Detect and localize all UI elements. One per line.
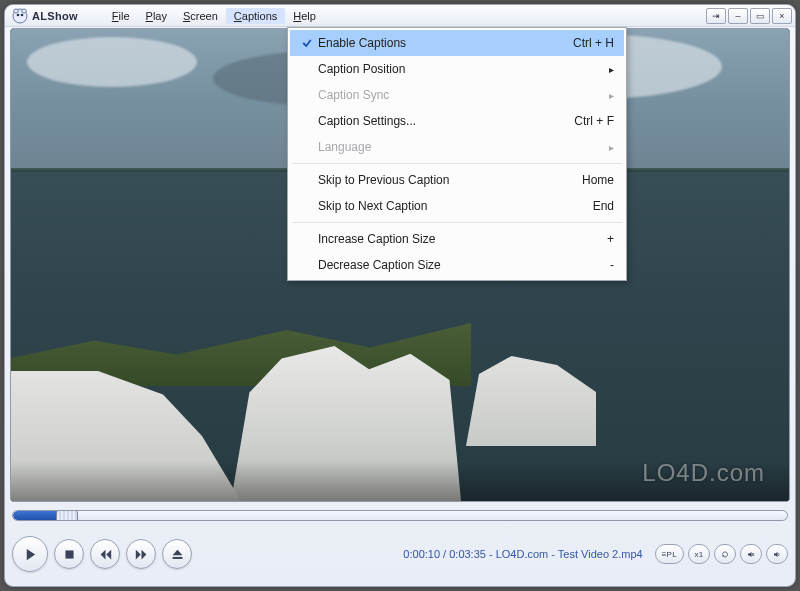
play-icon xyxy=(23,547,38,562)
volume-button[interactable] xyxy=(766,544,788,564)
menu-help[interactable]: Help xyxy=(285,8,324,24)
menu-item-caption-settings[interactable]: Caption Settings...Ctrl + F xyxy=(290,108,624,134)
play-button[interactable] xyxy=(12,536,48,572)
stop-button[interactable] xyxy=(54,539,84,569)
playlist-button[interactable]: ≡ PL xyxy=(655,544,684,564)
speed-button[interactable]: x1 xyxy=(688,544,710,564)
menu-item-caption-position[interactable]: Caption Position▸ xyxy=(290,56,624,82)
menu-item-skip-to-next-caption[interactable]: Skip to Next CaptionEnd xyxy=(290,193,624,219)
menu-file[interactable]: File xyxy=(104,8,138,24)
repeat-icon xyxy=(721,549,729,560)
stop-icon xyxy=(63,548,76,561)
menubar: ALShow File Play Screen Captions Help ⇥ … xyxy=(5,5,795,27)
svg-point-4 xyxy=(22,9,27,13)
app-title: ALShow xyxy=(32,10,78,22)
menu-item-label: Increase Caption Size xyxy=(318,232,554,246)
menu-item-accel: Home xyxy=(554,173,614,187)
mute-icon xyxy=(747,549,755,560)
seek-bar[interactable] xyxy=(12,507,788,524)
maximize-button[interactable]: ▭ xyxy=(750,8,770,24)
seek-thumb[interactable] xyxy=(56,510,78,521)
menu-item-label: Skip to Next Caption xyxy=(318,199,554,213)
prev-icon xyxy=(99,548,112,561)
app-window: ALShow File Play Screen Captions Help ⇥ … xyxy=(4,4,796,587)
menu-item-accel: End xyxy=(554,199,614,213)
watermark: LO4D.com xyxy=(642,459,765,487)
repeat-button[interactable] xyxy=(714,544,736,564)
menu-play[interactable]: Play xyxy=(138,8,175,24)
eject-button[interactable] xyxy=(162,539,192,569)
menu-screen[interactable]: Screen xyxy=(175,8,226,24)
menu-item-label: Caption Position xyxy=(318,62,599,76)
svg-rect-5 xyxy=(65,550,73,558)
close-button[interactable]: × xyxy=(772,8,792,24)
next-button[interactable] xyxy=(126,539,156,569)
menu-item-label: Enable Captions xyxy=(318,36,554,50)
eject-icon xyxy=(171,548,184,561)
menu-item-skip-to-previous-caption[interactable]: Skip to Previous CaptionHome xyxy=(290,167,624,193)
menu-separator xyxy=(292,222,622,223)
controls-bar: 0:00:10 / 0:03:35 - LO4D.com - Test Vide… xyxy=(12,529,788,579)
prev-button[interactable] xyxy=(90,539,120,569)
minimize-button[interactable]: – xyxy=(728,8,748,24)
menu-item-caption-sync: Caption Sync▸ xyxy=(290,82,624,108)
menu-item-accel: + xyxy=(554,232,614,246)
menu-item-increase-caption-size[interactable]: Increase Caption Size+ xyxy=(290,226,624,252)
menu-item-label: Caption Settings... xyxy=(318,114,554,128)
pin-button[interactable]: ⇥ xyxy=(706,8,726,24)
chevron-right-icon: ▸ xyxy=(599,64,614,75)
status-text: 0:00:10 / 0:03:35 - LO4D.com - Test Vide… xyxy=(198,548,651,560)
volume-icon xyxy=(773,549,781,560)
menu-item-label: Language xyxy=(318,140,599,154)
menu-item-label: Skip to Previous Caption xyxy=(318,173,554,187)
seek-fill xyxy=(13,511,59,520)
menu-item-accel: - xyxy=(554,258,614,272)
svg-point-2 xyxy=(21,13,24,16)
chevron-right-icon: ▸ xyxy=(599,142,614,153)
svg-point-1 xyxy=(17,13,20,16)
next-icon xyxy=(135,548,148,561)
menu-item-accel: Ctrl + H xyxy=(554,36,614,50)
captions-dropdown: Enable CaptionsCtrl + HCaption Position▸… xyxy=(287,27,627,281)
menu-item-accel: Ctrl + F xyxy=(554,114,614,128)
chevron-right-icon: ▸ xyxy=(599,90,614,101)
svg-point-3 xyxy=(14,9,19,13)
svg-rect-6 xyxy=(172,556,182,558)
menu-separator xyxy=(292,163,622,164)
app-icon xyxy=(12,8,28,24)
menu-item-language: Language▸ xyxy=(290,134,624,160)
check-icon xyxy=(296,37,318,49)
menu-item-decrease-caption-size[interactable]: Decrease Caption Size- xyxy=(290,252,624,278)
mute-button[interactable] xyxy=(740,544,762,564)
seek-track[interactable] xyxy=(12,510,788,521)
menu-captions[interactable]: Captions xyxy=(226,8,285,24)
menu-item-label: Caption Sync xyxy=(318,88,599,102)
menu-item-enable-captions[interactable]: Enable CaptionsCtrl + H xyxy=(290,30,624,56)
menu-item-label: Decrease Caption Size xyxy=(318,258,554,272)
